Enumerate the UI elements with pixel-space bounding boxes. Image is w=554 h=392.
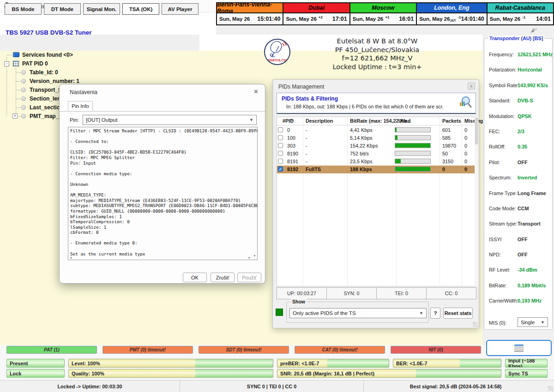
input-indicator: Input (~188 Kbps) [505, 359, 548, 368]
collapse-expander[interactable]: - [4, 61, 9, 66]
syn-stat: SYN: 0 [326, 287, 377, 299]
tp-row-stream-type: Stream type:Transport [484, 219, 552, 234]
pin-info-textarea[interactable]: Filter : MPC Stream Reader [HTTP] - CLSI… [68, 127, 258, 260]
tp-row-frame-type: Frame Type:Long Frame [484, 189, 552, 204]
help-button[interactable]: ? [430, 308, 440, 319]
clock-time: 15:01:40 [257, 16, 280, 22]
col-packets[interactable]: Packets [442, 118, 461, 124]
scroll-down-icon[interactable]: ▼ [253, 254, 256, 257]
scroll-up-icon[interactable]: ▲ [253, 129, 256, 132]
desc-cell: - [306, 135, 307, 141]
show-label: Show [290, 299, 307, 304]
packets-cell: 19870 [442, 143, 456, 148]
uptime-stat: UP: 00:03:27 [277, 287, 327, 299]
pid-checkbox[interactable] [278, 135, 283, 140]
cancel-button[interactable]: Zrušiť [211, 273, 235, 282]
tree-item-services[interactable]: Services found <0> [22, 52, 73, 58]
clock-time: 16:01 [399, 16, 414, 22]
clock-utc-offset: +1 [385, 15, 389, 19]
tp-row-fec: FEC:2/3 [484, 127, 552, 142]
show-filter-dropdown[interactable]: Only active PIDS of the TS ▼ [289, 308, 427, 318]
ts-stream-button[interactable] [486, 340, 552, 356]
pids-stats-subtitle: In: 188 Kbps, out: 188 Kbps | 6 PIDs on … [286, 104, 444, 109]
tab-tsa[interactable]: TSA (OK) [122, 3, 159, 15]
tab-signal-mon[interactable]: Signal Mon. [83, 3, 120, 15]
bullet-icon [21, 79, 26, 83]
pmt-status-bar: PMT (0) timeout! [102, 346, 193, 354]
ber-label: BER: <1.0E-7 [396, 361, 428, 366]
clock-city-label: Rabat-Casablanca [488, 3, 553, 13]
pids-stats-title: PIDs Stats & Filtering [282, 95, 338, 102]
tree-item-version[interactable]: Version_number: 1 [30, 78, 79, 84]
tree-item-table-id[interactable]: Table_Id: 0 [30, 69, 58, 76]
tree-connector [6, 55, 12, 55]
col-description[interactable]: Description [306, 118, 333, 124]
pid-checkbox[interactable] [278, 151, 283, 156]
window-resize-grip[interactable] [548, 386, 553, 391]
clock-city-label: Berlin-Paris-Vienna-Roma [217, 3, 283, 13]
bullet-icon [21, 88, 26, 92]
level-label: Level: 100% [72, 361, 100, 366]
pid-checkbox-checked[interactable]: ✓ [278, 166, 283, 172]
pids-table-header[interactable]: #PID ㅅ Description BitRate (max: 154,22 … [277, 117, 475, 125]
tree-connector [16, 99, 21, 99]
close-icon[interactable]: x [468, 83, 475, 89]
scroll-right-icon[interactable]: ► [248, 256, 251, 259]
pid-row[interactable]: 8191 - 23,5 Kbps 3150 0 [277, 158, 476, 166]
tp-row-rolloff: RollOff:0.35 [484, 142, 552, 157]
show-groupbox: Show Only active PIDS of the TS ▼ [286, 302, 429, 323]
used-bar [395, 127, 431, 132]
tab-dt-mode[interactable]: DT Mode [44, 3, 81, 15]
tab-av-player[interactable]: AV Player [162, 3, 199, 15]
nastavenia-dialog: Nastavenia ✕ Pin Info Pin: [OUT] Output … [59, 84, 265, 284]
apply-button[interactable]: Použiť [237, 273, 261, 282]
pid-row-selected[interactable]: ✓ 8192 FullTS 188 Kbps 0 0 [277, 166, 476, 173]
show-filter-value: Only active PIDS of the TS [293, 310, 356, 316]
clock-city-label: Dubai [283, 3, 349, 13]
close-icon[interactable]: ✕ [253, 88, 259, 95]
pid-row[interactable]: 100 - 5,14 Kbps 585 0 [277, 134, 476, 142]
bitrate-cell: 4,41 Kbps [350, 127, 373, 133]
tp-row-symbol-rate: Symbol Rate:143,992 KS/s [484, 81, 552, 96]
col-missing[interactable]: Missing [464, 118, 483, 124]
search-chart-icon[interactable] [458, 95, 472, 109]
clock-date: Sun, May 26 [353, 16, 383, 22]
clock-dst-note: JST [450, 19, 456, 22]
scrollbar-thumb[interactable] [475, 118, 478, 144]
resize-grip[interactable] [473, 322, 478, 327]
pid-cell: 100 [287, 135, 295, 141]
pid-row[interactable]: 8190 - 752 bit/s 50 0 [277, 150, 476, 158]
uptime-line: Locked Uptime : t=3 min+ [277, 63, 477, 71]
pid-checkbox[interactable] [278, 159, 283, 164]
pid-checkbox[interactable] [278, 143, 283, 148]
pid-row[interactable]: 303 - 154,22 Kbps 19870 0 [277, 142, 476, 150]
ber-bar: BER: <1.0E-7 [393, 359, 501, 368]
pid-row[interactable]: 0 - 4,41 Kbps 601 0 [277, 126, 476, 134]
tp-row-pilot: Pilot:OFF [484, 158, 552, 173]
location-line: PF 450_Lučenec/Slovakia [277, 46, 477, 54]
mis-dropdown[interactable]: Single ▼ [518, 317, 548, 327]
tp-row-code-mode: Code Mode:CCM [484, 204, 552, 219]
clock-time: 17:01 [332, 16, 347, 22]
packets-cell: 0 [442, 166, 445, 172]
tab-bs-mode[interactable]: BS Mode [5, 3, 42, 15]
tree-item-pat-pid[interactable]: PAT PID 0 [22, 60, 48, 67]
scroll-left-icon[interactable]: ◄ [69, 256, 72, 259]
transponder-panel: Transponder (AU) [BS] Frequency:12621,52… [484, 38, 553, 330]
col-used[interactable]: Used [398, 118, 410, 124]
mode-tabstrip [0, 35, 199, 51]
chevron-down-icon: ▼ [249, 118, 253, 122]
clock-city-label: London, Eng [417, 3, 486, 13]
reset-stats-button[interactable]: Reset stats [443, 308, 473, 319]
ok-button[interactable]: OK [183, 273, 207, 282]
statusbar-best-signal: Best signal: 20,5 dB (2024-05-26 14:58) [364, 380, 548, 392]
clock-date: Sun, May 26 [286, 16, 316, 22]
pids-scrollbar[interactable] [475, 117, 478, 286]
table-icon [13, 61, 19, 66]
pin-dropdown[interactable]: [OUT] Output ▼ [83, 115, 257, 125]
expand-expander[interactable]: + [12, 113, 18, 119]
chevron-down-icon: ▼ [419, 311, 423, 315]
tab-pin-info[interactable]: Pin Info [68, 101, 93, 111]
stream-stack-icon [514, 344, 524, 351]
pid-checkbox[interactable] [278, 127, 283, 132]
